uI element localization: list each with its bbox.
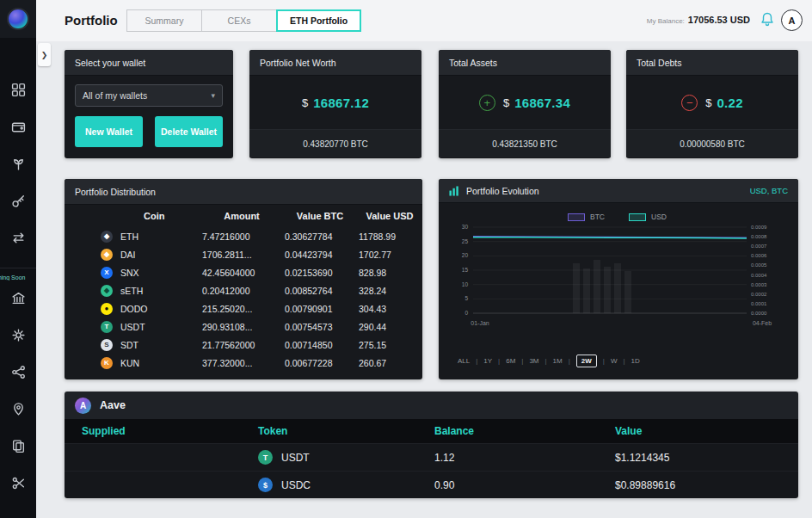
portfolio-evolution-card: Portfolio Evolution USD, BTC BTCUSD 3025…: [439, 179, 798, 379]
tab-summary[interactable]: Summary: [126, 9, 202, 32]
page-title: Portfolio: [65, 13, 118, 28]
token-icon: $: [258, 478, 273, 492]
col-token: Token: [258, 425, 434, 437]
coin-icon: ◆: [101, 231, 113, 243]
range-6m[interactable]: 6M: [506, 357, 515, 365]
my-balance: My Balance: 17056.53 USD: [647, 15, 750, 25]
svg-text:0: 0: [464, 310, 468, 316]
bank-icon[interactable]: [11, 291, 26, 305]
range-3m[interactable]: 3M: [529, 357, 538, 365]
wallet-select[interactable]: All of my wallets ▾: [75, 84, 223, 107]
legend-label: BTC: [590, 213, 605, 221]
token-value: $0.89889616: [615, 479, 798, 491]
new-wallet-button[interactable]: New Wallet: [75, 116, 143, 147]
token-icon: T: [258, 450, 273, 465]
earn-icon[interactable]: [11, 157, 26, 171]
portfolio-distribution-card: Portfolio Distribution Coin Amount Value…: [65, 179, 422, 379]
tab-group: Summary CEXs ETH Portfolio: [127, 9, 361, 32]
balance-label: My Balance:: [647, 17, 685, 25]
coin-name: KUN: [120, 358, 139, 368]
gear-icon[interactable]: [11, 328, 26, 342]
coin-cell: ◆ETH: [65, 231, 200, 243]
coin-value-btc: 0.00852764: [283, 286, 357, 296]
coin-name: DODO: [120, 304, 148, 314]
swap-icon[interactable]: [11, 231, 26, 245]
coin-value-btc: 0.04423794: [283, 250, 357, 260]
coin-amount: 21.77562000: [200, 340, 283, 350]
distribution-row: ◆ETH7.472160000.3062778411788.99: [65, 227, 422, 245]
net-worth-value: 16867.12: [313, 96, 369, 110]
legend-item-btc[interactable]: BTC: [568, 213, 605, 221]
location-icon[interactable]: [11, 402, 26, 416]
coin-amount: 290.93108...: [200, 322, 283, 332]
coin-name: SNX: [120, 268, 139, 278]
tab-eth-portfolio[interactable]: ETH Portfolio: [276, 9, 361, 32]
evolution-title: Portfolio Evolution: [466, 186, 539, 196]
svg-text:0.0006: 0.0006: [751, 253, 767, 258]
col-amount: Amount: [200, 211, 283, 221]
legend-swatch: [629, 213, 646, 221]
distribution-row: ◆DAI1706.2811...0.044237941702.77: [65, 245, 422, 263]
token-balance: 1.12: [434, 452, 615, 464]
app-logo-box[interactable]: [0, 0, 36, 38]
svg-text:5: 5: [464, 295, 468, 301]
notifications-bell-icon[interactable]: [759, 11, 776, 28]
watermark-bars: [573, 260, 631, 313]
dashboard-icon[interactable]: [11, 83, 26, 97]
distribution-row: SSDT21.775620000.00714850275.15: [65, 336, 422, 354]
coin-amount: 42.45604000: [200, 268, 283, 278]
coin-amount: 377.32000...: [200, 358, 283, 368]
aave-header-row: Supplied Token Balance Value: [65, 419, 798, 443]
aave-header: A Aave: [65, 392, 798, 419]
svg-text:0.0004: 0.0004: [751, 273, 767, 278]
total-assets-title: Total Assets: [439, 50, 611, 76]
wallet-icon[interactable]: [11, 120, 26, 134]
total-assets-btc: 0.43821350 BTC: [439, 129, 611, 157]
files-icon[interactable]: [11, 439, 26, 453]
coin-value-usd: 11788.99: [357, 231, 422, 242]
range-all[interactable]: ALL: [458, 357, 470, 365]
coin-icon: T: [101, 321, 113, 333]
range-2w[interactable]: 2W: [576, 355, 597, 367]
range-1m[interactable]: 1M: [553, 357, 563, 365]
token-balance: 0.90: [434, 479, 615, 491]
delete-wallet-button[interactable]: Delete Wallet: [155, 116, 223, 147]
coin-cell: TUSDT: [65, 321, 200, 333]
svg-text:0.0007: 0.0007: [751, 244, 767, 249]
token-name: USDC: [281, 479, 311, 491]
range-1y[interactable]: 1Y: [483, 357, 492, 365]
svg-text:0.0000: 0.0000: [751, 311, 767, 316]
legend-item-usd[interactable]: USD: [629, 213, 667, 221]
range-w[interactable]: W: [611, 357, 618, 365]
user-avatar[interactable]: A: [781, 9, 803, 31]
network-icon[interactable]: [11, 365, 26, 379]
coin-icon: ●: [101, 303, 113, 315]
chevron-down-icon: ▾: [211, 91, 215, 100]
total-debts-title: Total Debts: [626, 50, 798, 76]
svg-text:0.0005: 0.0005: [751, 262, 767, 268]
aave-section: A Aave Supplied Token Balance Value TUSD…: [65, 392, 798, 498]
coin-value-btc: 0.30627784: [283, 231, 357, 242]
scissors-icon[interactable]: [11, 476, 26, 490]
coin-value-usd: 328.24: [357, 286, 422, 296]
coin-cell: KKUN: [65, 357, 200, 369]
total-debts-card: Total Debts − $ 0.22 0.00000580 BTC: [626, 50, 798, 158]
tab-cexs[interactable]: CEXs: [201, 9, 277, 32]
range-separator: |: [476, 357, 477, 365]
range-separator: |: [498, 357, 500, 365]
coin-icon: X: [101, 267, 113, 279]
coin-value-usd: 275.15: [357, 340, 422, 350]
top-bar: Portfolio Summary CEXs ETH Portfolio My …: [36, 0, 812, 41]
distribution-header-row: Coin Amount Value BTC Value USD: [65, 205, 422, 227]
svg-text:10: 10: [462, 281, 469, 287]
token-cell: $USDC: [258, 478, 434, 492]
svg-text:0.0009: 0.0009: [751, 225, 767, 230]
distribution-row: ◆sETH0.204120000.00852764328.24: [65, 281, 422, 299]
key-icon[interactable]: [11, 194, 26, 208]
range-1d[interactable]: 1D: [631, 357, 640, 365]
net-worth-btc: 0.43820770 BTC: [249, 129, 421, 157]
app-logo-icon: [7, 8, 29, 30]
aave-row: $USDC0.90$0.89889616: [65, 471, 798, 498]
sidebar-expand-button[interactable]: ❯: [38, 43, 51, 66]
distribution-row: XSNX42.456040000.02153690828.98: [65, 263, 422, 281]
